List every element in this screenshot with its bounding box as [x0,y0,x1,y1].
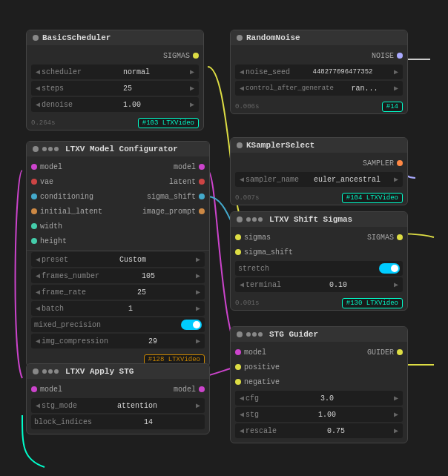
noise-seed-arrow-right[interactable]: ▶ [392,67,400,76]
sampler-name-control[interactable]: ◀ sampler_name euler_ancestral ▶ [235,172,403,187]
noise-seed-control[interactable]: ◀ noise_seed 448277096477352 ▶ [235,65,403,79]
frames-number-control[interactable]: ◀ frames_number 105 ▶ [31,268,205,283]
mixed-precision-toggle[interactable] [181,320,202,330]
img-compression-control[interactable]: ◀ img_compression 29 ▶ [31,334,205,348]
conditioning-output-port[interactable] [199,194,205,199]
terminal-arrow-right[interactable]: ▶ [392,280,400,289]
frame-rate-arrow-right[interactable]: ▶ [194,288,202,297]
ksampler-footer: 0.007s #104 LTXVideo [231,191,407,205]
sigmas-input-row: sigmas SIGMAS [231,230,407,245]
terminal-label: terminal [246,281,284,289]
noise-seed-arrow-left[interactable]: ◀ [238,67,246,76]
basic-scheduler-badge: #103 LTXVideo [138,118,199,128]
sampler-port[interactable] [397,160,403,166]
scheduler-control[interactable]: ◀ scheduler normal ▶ [31,65,199,79]
initial-latent-output-label: image_prompt [118,208,196,216]
stg-negative-port[interactable] [235,379,241,385]
sigma-shift-label: sigma_shift [244,248,403,257]
vae-output-port[interactable] [199,179,205,185]
control-after-value: ran... [337,85,392,93]
initial-latent-input-label: initial_latent [40,208,118,216]
stretch-toggle[interactable] [379,263,400,274]
scheduler-arrow-left[interactable]: ◀ [34,67,42,76]
rescale-control[interactable]: ◀ rescale 0.75 ▶ [235,423,403,438]
sampler-name-value: euler_ancestral [302,176,392,184]
cfg-value: 3.0 [262,394,392,403]
cfg-control[interactable]: ◀ cfg 3.0 ▶ [235,391,403,406]
stg-arrow-right[interactable]: ▶ [392,410,400,419]
vae-input-port[interactable] [31,179,37,185]
basic-scheduler-body: SIGMAS ◀ scheduler normal ▶ ◀ steps 25 ▶… [27,45,203,116]
terminal-arrow-left[interactable]: ◀ [238,280,246,289]
control-after-arrow-right[interactable]: ▶ [392,84,400,93]
basic-scheduler-header: BasicScheduler [27,30,203,45]
img-compress-arrow-left[interactable]: ◀ [34,337,42,346]
scheduler-arrow-right[interactable]: ▶ [188,67,196,76]
batch-arrow-left[interactable]: ◀ [34,304,42,313]
denoise-control[interactable]: ◀ denoise 1.00 ▶ [31,97,199,112]
height-port-row: height [27,234,209,248]
stg-mode-control[interactable]: ◀ stg_mode attention ▶ [31,398,205,413]
conditioning-input-port[interactable] [31,194,37,199]
rescale-arrow-right[interactable]: ▶ [392,426,400,435]
width-input-port[interactable] [31,223,37,229]
steps-arrow-right[interactable]: ▶ [188,84,196,93]
sampler-name-arrow-left[interactable]: ◀ [238,175,246,184]
shift-sigmas-body: sigmas SIGMAS sigma_shift stretch ◀ term… [231,227,407,297]
cfg-arrow-right[interactable]: ▶ [392,394,400,403]
batch-arrow-right[interactable]: ▶ [194,304,202,313]
mixed-precision-control[interactable]: mixed_precision [31,317,205,332]
steps-control[interactable]: ◀ steps 25 ▶ [31,81,199,96]
frames-arrow-left[interactable]: ◀ [34,271,42,280]
cfg-arrow-left[interactable]: ◀ [238,394,246,403]
stg-guider-title: STG Guider [269,330,318,339]
stg-mode-arrow-left[interactable]: ◀ [34,401,42,410]
apply-model-input-port[interactable] [31,386,37,392]
steps-arrow-left[interactable]: ◀ [34,84,42,93]
preset-arrow-left[interactable]: ◀ [34,255,42,264]
frame-rate-control[interactable]: ◀ frame_rate 25 ▶ [31,285,205,300]
stg-mode-arrow-right[interactable]: ▶ [194,401,202,410]
sigma-shift-input-port[interactable] [235,249,241,255]
model-input-port[interactable] [31,164,37,170]
stg-guider-output-port[interactable] [397,349,403,355]
stg-control[interactable]: ◀ stg 1.00 ▶ [235,407,403,422]
frame-rate-arrow-left[interactable]: ◀ [34,288,42,297]
sigmas-output-port[interactable] [397,234,403,240]
ksampler-select-node: KSamplerSelect SAMPLER ◀ sampler_name eu… [230,137,408,205]
terminal-value: 0.10 [284,281,392,289]
frames-arrow-right[interactable]: ▶ [194,271,202,280]
denoise-arrow-left[interactable]: ◀ [34,100,42,109]
img-compress-arrow-right[interactable]: ▶ [194,337,202,346]
noise-port[interactable] [397,53,403,59]
batch-control[interactable]: ◀ batch 1 ▶ [31,301,205,316]
control-after-arrow-left[interactable]: ◀ [238,84,246,93]
sigmas-port[interactable] [193,53,199,59]
height-input-port[interactable] [31,238,37,244]
basic-scheduler-title: BasicScheduler [42,33,111,42]
initial-latent-output-port[interactable] [199,208,205,214]
terminal-control[interactable]: ◀ terminal 0.10 ▶ [235,277,403,292]
sampler-name-arrow-right[interactable]: ▶ [392,175,400,184]
sigma-shift-row: sigma_shift [231,245,407,260]
control-after-control[interactable]: ◀ control_after_generate ran... ▶ [235,81,403,96]
stg-model-label: model [244,348,319,357]
apply-model-output-port[interactable] [199,386,205,392]
stg-dot3 [258,332,263,337]
preset-arrow-right[interactable]: ▶ [194,255,202,264]
stg-positive-port[interactable] [235,364,241,370]
vae-input-label: vae [40,178,118,186]
stretch-control[interactable]: stretch [235,261,403,276]
stg-negative-label: negative [244,378,403,386]
initial-latent-input-port[interactable] [31,208,37,214]
stg-model-input-port[interactable] [235,349,241,355]
preset-control[interactable]: ◀ preset Custom ▶ [31,252,205,267]
stg-arrow-left[interactable]: ◀ [238,410,246,419]
ltxv-model-config-title: LTXV Model Configurator [65,145,178,153]
rescale-arrow-left[interactable]: ◀ [238,426,246,435]
denoise-arrow-right[interactable]: ▶ [188,100,196,109]
sigmas-input-port[interactable] [235,234,241,240]
model-output-port[interactable] [199,164,205,170]
shift-sigmas-timing: 0.001s [235,300,259,307]
batch-label: batch [42,305,67,313]
